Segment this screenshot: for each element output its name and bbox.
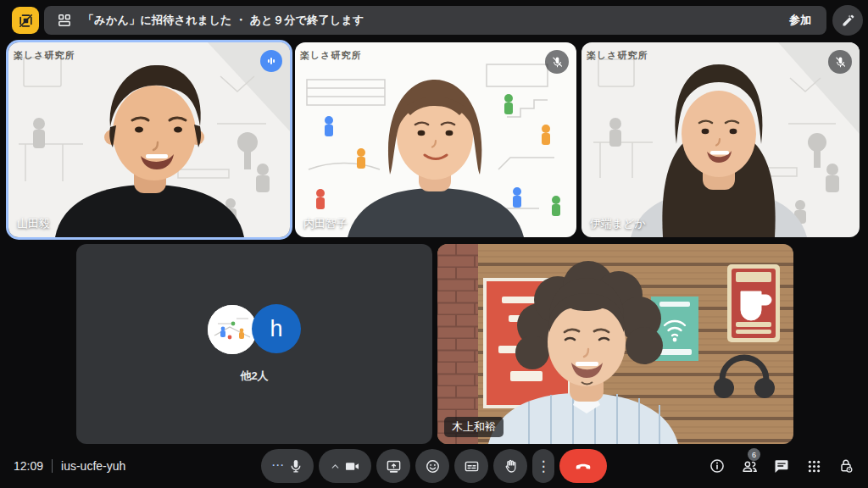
others-count-label: 他2人: [240, 369, 268, 384]
video-tile-kigami[interactable]: 木上和裕: [437, 244, 793, 444]
join-room-button[interactable]: 参加: [786, 8, 815, 33]
clock-time: 12:09: [14, 459, 43, 473]
captions-icon: [464, 458, 480, 474]
bottom-bar: 12:09 ius-ucfe-yuh ⋯: [0, 444, 868, 488]
reactions-button[interactable]: [415, 449, 449, 483]
avatar-illustration: [208, 305, 257, 354]
more-options-icon: ⋮: [537, 459, 551, 474]
avatar-stack: h: [208, 304, 301, 355]
magic-pen-icon: [840, 13, 856, 29]
present-button[interactable]: [376, 449, 410, 483]
top-bar: 「みかん」に招待されました ・ あと９分で終了します 参加: [0, 0, 868, 41]
audio-options-icon[interactable]: ⋯: [271, 458, 285, 474]
background-logo: 楽しさ研究所: [14, 49, 75, 62]
participant-name: 山田毅: [17, 216, 50, 231]
meet-window: 「みかん」に招待されました ・ あと９分で終了します 参加: [0, 0, 868, 488]
video-tile-yamada[interactable]: 楽しさ研究所 山田毅: [8, 42, 290, 237]
framing-off-icon: [18, 13, 34, 29]
participant-name: 木上和裕: [444, 417, 504, 437]
chevron-up-icon[interactable]: [330, 461, 341, 472]
mic-button[interactable]: ⋯: [261, 449, 314, 483]
more-options-button[interactable]: ⋮: [532, 449, 554, 483]
speaking-indicator: [260, 50, 282, 72]
chat-button[interactable]: [771, 456, 792, 476]
emoji-icon: [425, 458, 441, 474]
end-call-icon: [574, 457, 593, 475]
divider: [52, 459, 53, 473]
background-logo: 楽しさ研究所: [587, 49, 648, 62]
mic-off-indicator: [545, 50, 569, 74]
mic-icon: [288, 458, 303, 474]
mic-off-indicator: [828, 50, 852, 74]
camera-button[interactable]: [319, 449, 371, 483]
present-screen-icon: [386, 458, 402, 474]
call-controls: ⋯: [261, 449, 607, 483]
apps-grid-icon: [806, 458, 822, 474]
participant-video: [581, 42, 860, 237]
invite-banner-text: 「みかん」に招待されました ・ あと９分で終了します: [83, 13, 364, 28]
invite-banner: 「みかん」に招待されました ・ あと９分で終了します 参加: [44, 6, 826, 35]
camera-framing-warning-button[interactable]: [12, 7, 39, 34]
overflow-participants-tile[interactable]: h 他2人: [76, 244, 432, 444]
info-icon: [709, 458, 726, 474]
others-content: h 他2人: [76, 244, 432, 444]
host-controls-button[interactable]: [836, 456, 856, 476]
visual-effects-button[interactable]: [832, 5, 863, 36]
videocam-icon: [344, 458, 360, 474]
meeting-code: ius-ucfe-yuh: [61, 459, 125, 473]
participant-name: 伊端まどか: [590, 216, 646, 231]
breakout-rooms-icon: [56, 12, 73, 29]
end-call-button[interactable]: [559, 449, 607, 483]
avatar-letter: h: [252, 304, 301, 353]
panel-controls: 6: [707, 444, 856, 488]
activities-button[interactable]: [804, 456, 824, 476]
participant-count-badge: 6: [748, 448, 760, 461]
raise-hand-button[interactable]: [493, 449, 527, 483]
chat-icon: [773, 458, 790, 474]
video-tile-uchida[interactable]: 楽しさ研究所 内田智子: [295, 42, 576, 237]
participant-video: [295, 42, 576, 237]
participant-video: [437, 244, 793, 444]
participant-name: 内田智子: [303, 216, 348, 231]
host-controls-lock-icon: [837, 458, 854, 474]
participants-button[interactable]: 6: [739, 456, 760, 476]
meeting-info: 12:09 ius-ucfe-yuh: [14, 444, 125, 488]
participant-video: [8, 42, 290, 237]
meeting-details-button[interactable]: [707, 456, 727, 476]
raise-hand-icon: [503, 458, 519, 474]
video-tile-ibata[interactable]: 楽しさ研究所 伊端まどか: [581, 42, 860, 237]
background-logo: 楽しさ研究所: [300, 49, 362, 62]
captions-button[interactable]: [454, 449, 488, 483]
